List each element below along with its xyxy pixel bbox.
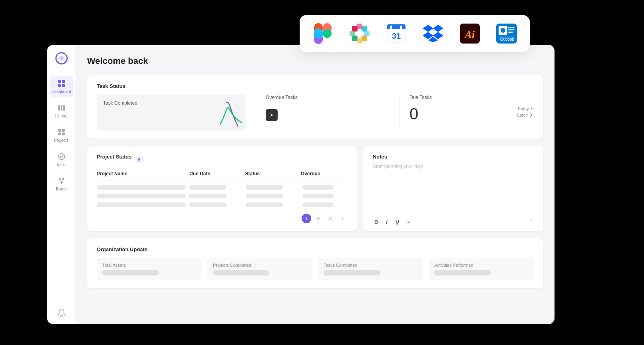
project-table-body	[97, 185, 347, 207]
svg-rect-31	[508, 29, 515, 30]
svg-rect-16	[387, 27, 405, 29]
notification-icon	[57, 308, 66, 317]
svg-point-52	[61, 315, 62, 317]
task-chart-svg	[206, 99, 246, 131]
sidebar-item-dashboard[interactable]: Dashboard	[50, 76, 74, 97]
figma-app-icon[interactable]	[312, 22, 334, 45]
app-toolbar: 31 Ai Outlook	[300, 15, 530, 52]
org-stat-tasks-completed: Tasks Completed	[318, 258, 423, 280]
svg-point-51	[60, 181, 63, 184]
skeleton-cell	[97, 185, 186, 190]
skeleton-cell	[246, 185, 283, 190]
outlook-app-icon[interactable]: Outlook	[495, 22, 518, 45]
notes-placeholder-text: Start planning your day!	[373, 164, 534, 213]
svg-marker-21	[433, 25, 443, 32]
skeleton-cell	[302, 185, 334, 190]
notes-list-btn[interactable]: ≡	[405, 218, 412, 226]
svg-rect-40	[62, 84, 65, 87]
svg-point-36	[59, 56, 64, 61]
brand-label: Brand	[56, 187, 67, 191]
due-tasks-label: Due Tasks	[409, 95, 534, 100]
sidebar-item-library[interactable]: Library	[50, 100, 74, 121]
task-divider	[256, 95, 256, 131]
app-logo[interactable]	[55, 52, 68, 65]
page-btn-3[interactable]: 3	[326, 214, 335, 223]
org-stat-projects-completed: Projects Completed	[207, 258, 312, 280]
svg-rect-5	[352, 26, 358, 32]
library-icon	[57, 103, 66, 112]
notes-expand-icon[interactable]: ⌃	[529, 219, 534, 225]
org-stat-label-tasks: Tasks Completed	[324, 263, 417, 268]
page-next-btn[interactable]: ›	[338, 214, 347, 223]
main-content: Welcome back Task Status Task Completed	[76, 45, 555, 324]
dropbox-app-icon[interactable]	[422, 22, 444, 45]
svg-rect-8	[362, 36, 367, 41]
dashboard-icon	[57, 79, 66, 88]
svg-rect-12	[357, 38, 362, 44]
notes-toolbar: B I U ≡ ⌃	[373, 213, 534, 226]
skeleton-cell	[246, 194, 283, 198]
sidebar-notification[interactable]	[57, 308, 66, 317]
svg-point-49	[59, 178, 61, 180]
org-stat-activities: Activities Performed	[429, 258, 534, 280]
slack-app-icon[interactable]	[348, 22, 371, 45]
skeleton-cell	[189, 194, 227, 198]
col-status: Status	[245, 171, 301, 176]
svg-point-29	[501, 28, 505, 33]
notes-card: Notes Start planning your day! B I U ≡ ⌃	[363, 146, 543, 231]
due-tasks-count: 0	[409, 106, 418, 122]
svg-rect-44	[58, 129, 61, 132]
svg-rect-11	[350, 31, 355, 36]
today-count: Today: 0	[517, 106, 534, 111]
col-due-date: Due Date	[189, 171, 245, 176]
org-stat-skeleton	[324, 270, 380, 276]
pagination: 1 2 3 ›	[97, 214, 347, 223]
skeleton-cell	[302, 202, 334, 207]
org-stat-skeleton	[434, 270, 491, 276]
notes-underline-btn[interactable]: U	[394, 218, 401, 226]
task-completed-box: Task Completed	[97, 95, 246, 131]
overdue-arrow-button[interactable]	[266, 109, 278, 121]
task-status-row: Task Completed Overdue Tasks	[97, 95, 534, 131]
svg-point-50	[62, 178, 64, 180]
svg-rect-30	[508, 27, 515, 28]
skeleton-cell	[189, 185, 227, 190]
project-count-badge: 9	[135, 157, 143, 163]
sidebar-item-brand[interactable]: Brand	[50, 173, 74, 194]
svg-rect-7	[352, 36, 358, 41]
svg-point-4	[323, 29, 332, 38]
table-row	[97, 185, 347, 190]
notes-title: Notes	[373, 154, 534, 160]
svg-rect-3	[314, 28, 323, 39]
project-status-card: Project Status 9 Project Name Due Date S…	[87, 146, 357, 231]
tasks-icon	[57, 152, 66, 161]
app-container: Dashboard Library	[47, 45, 555, 324]
svg-rect-45	[62, 129, 65, 132]
skeleton-cell	[246, 202, 283, 207]
task-status-title: Task Status	[97, 83, 534, 89]
brand-icon	[57, 176, 66, 185]
notes-italic-btn[interactable]: I	[384, 218, 389, 226]
project-status-header: Project Status 9	[97, 154, 347, 165]
col-project-name: Project Name	[97, 171, 189, 176]
svg-rect-19	[400, 26, 402, 30]
illustrator-app-icon[interactable]: Ai	[459, 22, 481, 45]
due-tasks-section: Due Tasks 0 Today: 0 Later: 0	[409, 95, 534, 122]
table-row	[97, 202, 347, 207]
dashboard-label: Dashboard	[52, 89, 71, 94]
notes-bold-btn[interactable]: B	[373, 218, 380, 226]
projects-icon	[57, 128, 66, 137]
skeleton-cell	[97, 194, 186, 198]
org-stat-total-assets: Total Assets	[97, 258, 202, 280]
sidebar-item-tasks[interactable]: Tasks	[50, 149, 74, 170]
page-btn-2[interactable]: 2	[314, 214, 323, 223]
google-calendar-app-icon[interactable]: 31	[385, 22, 407, 45]
library-label: Library	[55, 114, 68, 118]
later-count: Later: 0	[517, 113, 534, 117]
page-btn-1[interactable]: 1	[302, 214, 311, 223]
sidebar-item-projects[interactable]: Projects	[50, 125, 74, 146]
svg-text:31: 31	[392, 32, 401, 40]
task-status-card: Task Status Task Completed Overdue Tasks	[87, 75, 543, 139]
project-status-row: Project Status 9 Project Name Due Date S…	[87, 146, 543, 231]
svg-rect-41	[58, 105, 60, 111]
